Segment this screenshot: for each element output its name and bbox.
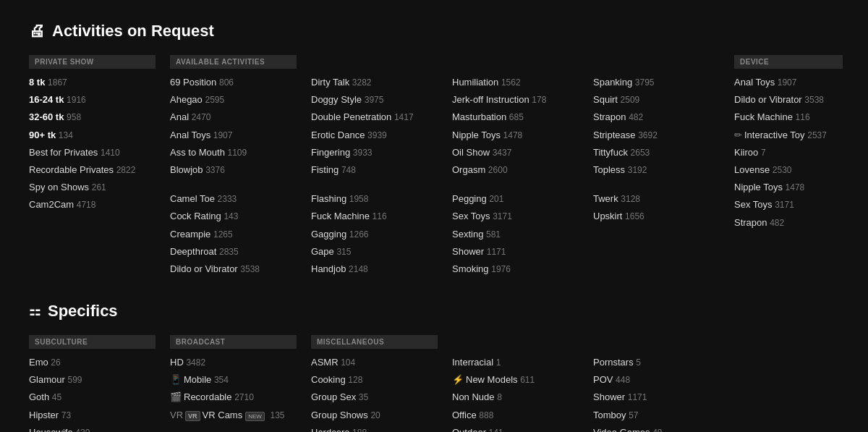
list-item[interactable]: Hardcore 188: [311, 426, 438, 432]
list-item[interactable]: Glamour 599: [29, 373, 156, 386]
list-item[interactable]: Cock Rating 143: [170, 210, 297, 223]
item-icon: ✏: [734, 130, 742, 140]
item-icon: 📱: [170, 374, 182, 385]
list-item[interactable]: Recordable Privates 2822: [29, 164, 156, 177]
specifics-section: ⚏ Specifics SUBCULTURE Emo 26Glamour 599…: [29, 302, 839, 432]
list-item[interactable]: Housewife 439: [29, 426, 156, 432]
list-item[interactable]: Pornstars 5: [593, 356, 720, 369]
list-item[interactable]: Shower 1171: [593, 391, 720, 404]
list-item[interactable]: Ahegao 2595: [170, 93, 297, 106]
list-item[interactable]: Non Nude 8: [452, 391, 579, 404]
item-count: 3538: [804, 95, 824, 105]
list-item[interactable]: VRVRVR CamsNEW 135: [170, 409, 297, 422]
list-item[interactable]: Squirt 2509: [593, 93, 720, 106]
item-name: Pornstars: [593, 357, 634, 368]
list-item[interactable]: Anal Toys 1907: [734, 76, 843, 89]
list-item[interactable]: 8 tk 1867: [29, 76, 156, 89]
list-item[interactable]: Handjob 2148: [311, 263, 438, 276]
list-item[interactable]: ✏Interactive Toy 2537: [734, 129, 843, 142]
list-item[interactable]: HD 3482: [170, 356, 297, 369]
list-item[interactable]: 32-60 tk 958: [29, 111, 156, 124]
list-item[interactable]: Double Penetration 1417: [311, 111, 438, 124]
list-item[interactable]: 16-24 tk 1916: [29, 93, 156, 106]
list-item[interactable]: Strapon 482: [734, 216, 843, 229]
item-count: 448: [616, 375, 630, 385]
list-item[interactable]: ⚡New Models 611: [452, 373, 579, 386]
list-item[interactable]: Jerk-off Instruction 178: [452, 93, 579, 106]
list-item[interactable]: Ass to Mouth 1109: [170, 146, 297, 159]
list-item[interactable]: Strapon 482: [593, 111, 720, 124]
list-item[interactable]: ASMR 104: [311, 356, 438, 369]
item-count: 1916: [67, 95, 86, 105]
list-item[interactable]: Anal Toys 1907: [170, 129, 297, 142]
list-item[interactable]: Pegging 201: [452, 192, 579, 206]
list-item[interactable]: Hipster 73: [29, 409, 156, 422]
list-item[interactable]: Spanking 3795: [593, 76, 720, 89]
list-item[interactable]: Tittyfuck 2653: [593, 146, 720, 159]
list-item[interactable]: Lovense 2530: [734, 164, 843, 177]
list-item[interactable]: Kiiroo 7: [734, 146, 843, 159]
list-item[interactable]: Erotic Dance 3939: [311, 129, 438, 142]
list-item[interactable]: Nipple Toys 1478: [734, 181, 843, 194]
item-count: 1410: [101, 148, 120, 158]
list-item[interactable]: Twerk 3128: [593, 192, 720, 206]
list-item[interactable]: Cam2Cam 4718: [29, 198, 156, 211]
item-count: 201: [489, 194, 503, 204]
spacer: [593, 181, 720, 192]
list-item[interactable]: Emo 26: [29, 356, 156, 369]
list-item[interactable]: 69 Position 806: [170, 76, 297, 89]
list-item[interactable]: Gape 315: [311, 245, 438, 258]
list-item[interactable]: 🎬Recordable 2710: [170, 391, 297, 404]
list-item[interactable]: Masturbation 685: [452, 111, 579, 124]
list-item[interactable]: Nipple Toys 1478: [452, 129, 579, 142]
list-item[interactable]: Smoking 1976: [452, 263, 579, 276]
list-item[interactable]: Camel Toe 2333: [170, 192, 297, 206]
list-item[interactable]: Fisting 748: [311, 164, 438, 177]
list-item[interactable]: Creampie 1265: [170, 228, 297, 241]
list-item[interactable]: Dildo or Vibrator 3538: [734, 93, 843, 106]
list-item[interactable]: Deepthroat 2835: [170, 245, 297, 258]
list-item[interactable]: Orgasm 2600: [452, 164, 579, 177]
list-item[interactable]: Fuck Machine 116: [734, 111, 843, 124]
list-item[interactable]: Spy on Shows 261: [29, 181, 156, 194]
list-item[interactable]: Sexting 581: [452, 228, 579, 241]
item-name: Emo: [29, 357, 48, 368]
list-item[interactable]: 📱Mobile 354: [170, 373, 297, 386]
list-item[interactable]: Striptease 3692: [593, 129, 720, 142]
list-item[interactable]: Outdoor 141: [452, 426, 579, 432]
list-item[interactable]: Best for Privates 1410: [29, 146, 156, 159]
list-item[interactable]: Office 888: [452, 409, 579, 422]
item-count: 2710: [234, 392, 254, 402]
item-name: Doggy Style: [311, 94, 362, 105]
list-item[interactable]: Fuck Machine 116: [311, 210, 438, 223]
list-item[interactable]: Humiliation 1562: [452, 76, 579, 89]
list-item[interactable]: Cooking 128: [311, 373, 438, 386]
list-item[interactable]: Oil Show 3437: [452, 146, 579, 159]
list-item[interactable]: Gagging 1266: [311, 228, 438, 241]
list-item[interactable]: Interracial 1: [452, 356, 579, 369]
list-item[interactable]: Blowjob 3376: [170, 164, 297, 177]
list-item[interactable]: Anal 2470: [170, 111, 297, 124]
item-name: Gagging: [311, 229, 346, 240]
list-item[interactable]: Group Shows 20: [311, 409, 438, 422]
item-name: Cooking: [311, 374, 346, 385]
list-item[interactable]: Flashing 1958: [311, 192, 438, 206]
list-item[interactable]: Topless 3192: [593, 164, 720, 177]
list-item[interactable]: Group Sex 35: [311, 391, 438, 404]
list-item[interactable]: 90+ tk 134: [29, 129, 156, 142]
item-count: 128: [348, 375, 362, 385]
list-item[interactable]: Fingering 3933: [311, 146, 438, 159]
list-item[interactable]: Shower 1171: [452, 245, 579, 258]
item-count: 888: [479, 410, 493, 420]
list-item[interactable]: Video Games 49: [593, 426, 720, 432]
list-item[interactable]: Goth 45: [29, 391, 156, 404]
item-count: 2537: [807, 130, 827, 140]
list-item[interactable]: Sex Toys 3171: [452, 210, 579, 223]
list-item[interactable]: Sex Toys 3171: [734, 198, 843, 211]
list-item[interactable]: Doggy Style 3975: [311, 93, 438, 106]
list-item[interactable]: Tomboy 57: [593, 409, 720, 422]
list-item[interactable]: Dildo or Vibrator 3538: [170, 263, 297, 276]
list-item[interactable]: Dirty Talk 3282: [311, 76, 438, 89]
list-item[interactable]: POV 448: [593, 373, 720, 386]
list-item[interactable]: Upskirt 1656: [593, 210, 720, 223]
